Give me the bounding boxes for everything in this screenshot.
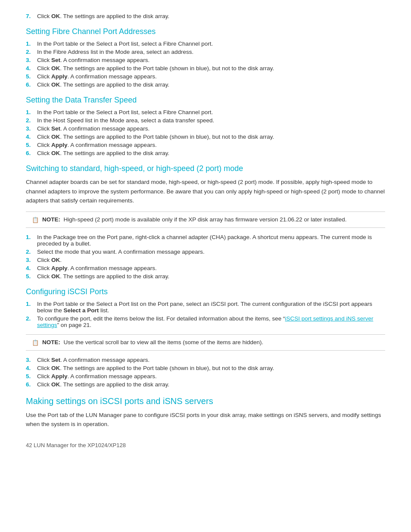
- note-icon: 📋: [32, 217, 39, 223]
- step7-item: 7. Click OK. The settings are applied to…: [26, 13, 385, 19]
- list-item: In the Host Speed list in the Mode area,…: [26, 117, 385, 124]
- list-item: Click Apply. A confirmation message appe…: [26, 73, 385, 80]
- switching-note-text: NOTE: High-speed (2 port) mode is availa…: [42, 216, 347, 223]
- list-item: Click Apply. A confirmation message appe…: [26, 142, 385, 148]
- list-item: Click OK.: [26, 257, 385, 263]
- iscsi-steps-list-1: In the Port table or the Select a Port l…: [26, 301, 385, 328]
- section-iscsi-heading: Configuring iSCSI Ports: [26, 287, 385, 296]
- iscsi-note-box: 📋 NOTE: Use the vertical scroll bar to v…: [26, 334, 385, 351]
- iscsi-link[interactable]: iSCSI port settings and iNS server setti…: [37, 315, 373, 328]
- switching-body: Channel adapter boards can be set for st…: [26, 177, 385, 205]
- note-icon-2: 📋: [32, 339, 39, 346]
- list-item: Click OK. The settings are applied to th…: [26, 81, 385, 88]
- iscsi-note-text: NOTE: Use the vertical scroll bar to vie…: [42, 339, 263, 345]
- list-item: Click Apply. A confirmation message appe…: [26, 265, 385, 271]
- iscsi-steps-list-2: Click Set. A confirmation message appear…: [26, 357, 385, 388]
- step7-number: 7.: [26, 13, 35, 19]
- datatransfer-steps-list: In the Port table or the Select a Port l…: [26, 109, 385, 156]
- step7-text: Click OK. The settings are applied to th…: [37, 13, 169, 19]
- list-item: Click OK. The settings are applied to th…: [26, 273, 385, 280]
- list-item: Click OK. The settings are applied to th…: [26, 134, 385, 140]
- list-item: Click OK. The settings are applied to th…: [26, 381, 385, 388]
- list-item: Click Set. A confirmation message appear…: [26, 357, 385, 363]
- list-item: Click Apply. A confirmation message appe…: [26, 373, 385, 380]
- page-footer: 42 LUN Manager for the XP1024/XP128: [26, 442, 385, 448]
- list-item: In the Package tree on the Port pane, ri…: [26, 234, 385, 247]
- list-item: Click OK. The settings are applied to th…: [26, 365, 385, 371]
- list-item: In the Port table or the Select a Port l…: [26, 109, 385, 115]
- switching-note-box: 📋 NOTE: High-speed (2 port) mode is avai…: [26, 212, 385, 228]
- list-item: Click Set. A confirmation message appear…: [26, 57, 385, 63]
- list-item: In the Port table or the Select a Port l…: [26, 301, 385, 314]
- list-item: In the Fibre Address list in the Mode ar…: [26, 49, 385, 55]
- section-datatransfer-heading: Setting the Data Transfer Speed: [26, 96, 385, 105]
- section-switching-heading: Switching to standard, high-speed, or hi…: [26, 164, 385, 173]
- section-making-heading: Making settings on iSCSI ports and iSNS …: [26, 396, 385, 406]
- making-body: Use the Port tab of the LUN Manager pane…: [26, 411, 385, 429]
- list-item: To configure the port, edit the items be…: [26, 315, 385, 328]
- list-item: In the Port table or the Select a Port l…: [26, 40, 385, 47]
- list-item: Click OK. The settings are applied to th…: [26, 150, 385, 156]
- list-item: Click Set. A confirmation message appear…: [26, 125, 385, 132]
- section-fibre-heading: Setting Fibre Channel Port Addresses: [26, 27, 385, 36]
- fibre-steps-list: In the Port table or the Select a Port l…: [26, 40, 385, 88]
- list-item: Select the mode that you want. A confirm…: [26, 249, 385, 255]
- switching-steps-list: In the Package tree on the Port pane, ri…: [26, 234, 385, 280]
- list-item: Click OK. The settings are applied to th…: [26, 65, 385, 72]
